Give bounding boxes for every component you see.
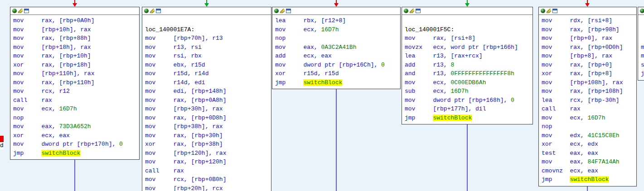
edge-arrowhead <box>73 3 77 7</box>
asm-line: lea rbx, [r12+8] <box>275 16 400 25</box>
sphere-icon[interactable] <box>274 9 279 13</box>
asm-line: test eax, eax <box>542 149 636 158</box>
scalar-value: 0FFFFFFFFFFFFFFF8h <box>450 70 514 77</box>
node-titlebar <box>638 7 644 15</box>
asm-line: mov r14d, edi <box>145 78 271 87</box>
graph-node-1[interactable]: mov rax, [rbp+0A0h]mov [rbp+10h], raxmov… <box>10 7 140 160</box>
asm-line: mov [rbp+177h], dil <box>405 105 533 114</box>
asm-line: mov dword ptr [rbp+16Ch], 0 <box>275 61 400 70</box>
scalar-value: 0 <box>381 62 385 68</box>
node-code: mov rdx, [rsi+8]mov rax, [rbp+98h]mov [r… <box>539 15 636 186</box>
code-label: loc_140001F5C: <box>405 26 454 33</box>
asm-line: mov rax, [rbp+98h] <box>542 25 636 34</box>
asm-line: mov ebx, r15d <box>145 61 271 70</box>
asm-line: loc_140001E7A: <box>145 25 271 34</box>
sphere-icon[interactable] <box>144 9 149 13</box>
node-titlebar <box>539 7 636 15</box>
asm-line: j <box>641 69 644 78</box>
asm-line: mov [rbp+108h], rax <box>542 78 636 87</box>
asm-line: mov rax, [rbp+0] <box>542 61 636 70</box>
asm-line: mov [rbp+0], rax <box>542 34 636 43</box>
asm-line: sub ecx, 16D7h <box>405 87 533 96</box>
asm-line: mov rax, [rbp+0D0h] <box>542 43 636 52</box>
scalar-value: 0 <box>511 97 514 104</box>
edit-icon[interactable] <box>280 9 285 13</box>
asm-line: call rax <box>542 105 636 114</box>
asm-line: xor r15d, r15d <box>275 69 400 78</box>
asm-line: mov eax, 73D3A652h <box>13 122 139 131</box>
switchblock-highlight[interactable]: switchBlock <box>41 150 80 157</box>
node-code: movmovsj <box>638 15 644 80</box>
asm-line: mov edx, 41C15C8Eh <box>542 131 636 140</box>
asm-line: mov ecx, 16D7h <box>542 114 636 123</box>
asm-line: xor ecx, eax <box>13 131 139 140</box>
outgoing-edge <box>467 124 468 191</box>
outgoing-edge <box>74 160 75 191</box>
switchblock-highlight[interactable]: switchBlock <box>570 176 609 183</box>
graph-node-6-clipped[interactable]: movmovsj <box>638 7 644 81</box>
asm-line: cmovnz ecx, eax <box>542 167 636 176</box>
edit-icon[interactable] <box>547 9 551 13</box>
asm-line: add r13, 8 <box>405 61 533 70</box>
asm-line: mov rdx, [rsi+8] <box>542 16 636 25</box>
window-icon[interactable] <box>286 9 291 13</box>
asm-line: jmp switchBlock <box>542 175 636 184</box>
edge-arrowhead <box>204 3 209 7</box>
switchblock-highlight[interactable]: switchBlock <box>433 115 472 121</box>
asm-line: mov [rbp+120h], rax <box>145 149 271 158</box>
sphere-icon[interactable] <box>640 9 644 13</box>
outgoing-edge <box>587 186 588 191</box>
asm-line: xor ecx, edx <box>542 140 636 149</box>
asm-line <box>641 16 644 25</box>
asm-line: mov rax, [rbp+30h] <box>145 131 271 140</box>
scalar-value: 8 <box>450 62 454 68</box>
asm-line: mov [rbp+110h], rax <box>13 69 139 78</box>
asm-line <box>641 34 644 43</box>
scalar-value: 16D7h <box>587 115 605 121</box>
graph-node-5[interactable]: mov rdx, [rsi+8]mov rax, [rbp+98h]mov [r… <box>538 7 637 186</box>
outgoing-edge <box>336 89 337 191</box>
asm-line: movzx ecx, word ptr [rbp+166h] <box>405 43 533 52</box>
asm-line: mov rax, [rbp+110h] <box>13 78 139 87</box>
asm-line <box>405 16 533 25</box>
graph-node-4[interactable]: loc_140001F5C:mov rax, [rsi+8]movzx ecx,… <box>402 7 533 124</box>
asm-line: call rax <box>145 167 271 176</box>
node-code: mov rax, [rbp+0A0h]mov [rbp+10h], raxmov… <box>10 15 139 159</box>
asm-line: mov <box>641 43 644 52</box>
asm-line: mov ecx, 16D7h <box>13 105 139 114</box>
scalar-value: 73D3A652h <box>59 123 91 130</box>
asm-line: mov [rbp+18h], rax <box>13 43 139 52</box>
edit-icon[interactable] <box>18 9 23 13</box>
graph-canvas[interactable]: mov rax, [rbp+0A0h]mov [rbp+10h], raxmov… <box>0 0 644 191</box>
sphere-icon[interactable] <box>541 9 545 13</box>
asm-line: mov rax, [rbp+88h] <box>13 34 139 43</box>
scalar-value: 16D7h <box>321 26 339 33</box>
disassembler-graph-view: { "colors": { "background": "#e9f3f9", "… <box>0 0 644 191</box>
node-titlebar <box>272 7 400 15</box>
asm-line: lea rcx, [rbp-30h] <box>542 96 636 105</box>
asm-line: lea r13, [rax+rcx] <box>405 52 533 61</box>
asm-line: nop <box>13 114 139 123</box>
asm-line: mov rax, [rbp+0D8h] <box>145 114 271 123</box>
window-icon[interactable] <box>552 9 557 13</box>
asm-line: jmp switchBlock <box>13 149 139 158</box>
window-icon[interactable] <box>416 9 421 13</box>
switchblock-highlight[interactable]: switchBlock <box>303 79 342 86</box>
asm-line: nop <box>275 34 400 43</box>
edit-icon[interactable] <box>410 9 414 13</box>
node-code: loc_140001E7A:mov [rbp+70h], r13mov r13,… <box>142 15 271 191</box>
window-icon[interactable] <box>156 9 161 13</box>
graph-node-2[interactable]: loc_140001E7A:mov [rbp+70h], r13mov r13,… <box>142 7 271 191</box>
asm-line <box>641 25 644 34</box>
asm-line: s <box>641 61 644 70</box>
edit-icon[interactable] <box>150 9 155 13</box>
asm-line: mov rcx, [rbp+0B0h] <box>145 175 271 184</box>
sphere-icon[interactable] <box>12 9 17 13</box>
window-icon[interactable] <box>24 9 29 13</box>
asm-line: mov eax, 84F7A14Ah <box>542 158 636 167</box>
edge-arrowhead <box>465 3 470 7</box>
clipped-text-fragment: d <box>0 142 4 149</box>
edge-arrowhead <box>334 3 339 7</box>
graph-node-3[interactable]: lea rbx, [r12+8]mov ecx, 16D7hnopmov eax… <box>272 7 401 89</box>
sphere-icon[interactable] <box>404 9 408 13</box>
